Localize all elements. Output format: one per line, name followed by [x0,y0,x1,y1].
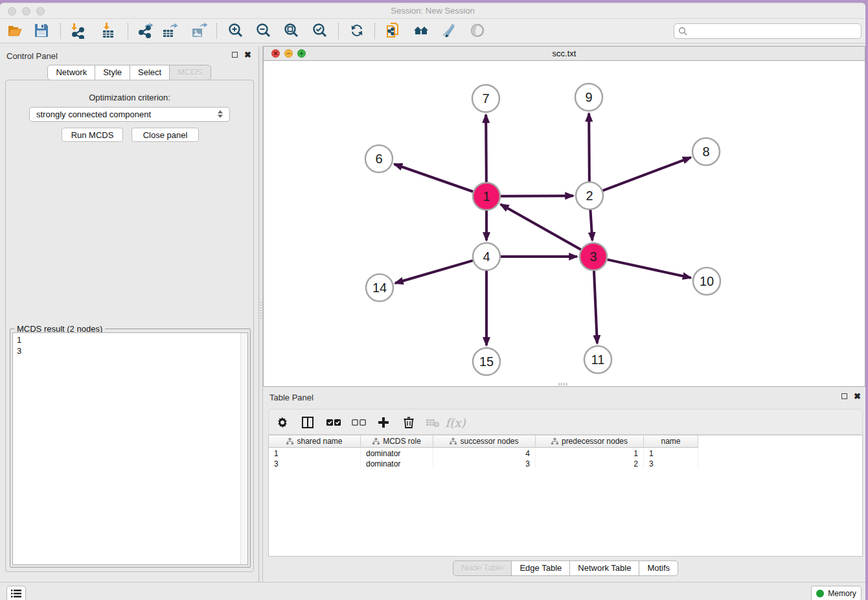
network-window-titlebar: ✕ − + scc.txt [264,47,865,61]
memory-button-label: Memory [828,589,856,598]
window-titlebar: Session: New Session [0,3,865,19]
mcds-result-line: 1 [17,334,247,345]
tab-node-table[interactable]: Node Table [453,560,512,576]
refresh-icon[interactable] [348,21,366,40]
main-toolbar [0,19,865,43]
toolbar-separator [128,23,128,39]
table-panel: Table Panel ✖ f(x) [263,391,865,582]
deselect-all-icon[interactable] [350,414,367,431]
edge-2-9[interactable] [589,113,589,181]
table-cell[interactable]: dominator [361,459,433,469]
tab-network-table[interactable]: Network Table [569,560,639,576]
table-cell[interactable]: 1 [644,448,698,459]
run-mcds-button[interactable]: Run MCDS [62,128,123,142]
graph-node-label: 11 [591,352,605,367]
close-panel-button[interactable]: Close panel [131,128,199,142]
table-cell[interactable]: 4 [433,448,536,459]
search-input[interactable] [674,23,862,39]
column-header-successor-nodes[interactable]: successor nodes [433,435,536,448]
graph-node-label: 15 [479,354,494,369]
tab-select[interactable]: Select [130,65,170,80]
float-table-panel-icon[interactable] [841,393,847,399]
table-panel-title: Table Panel [269,393,314,402]
table-cell[interactable]: dominator [361,448,433,459]
graph-node-label: 3 [589,249,597,264]
status-bar: Memory [0,582,865,600]
mcds-result-textarea[interactable]: 13 [12,332,248,565]
tab-edge-table[interactable]: Edge Table [511,560,570,576]
import-table-icon[interactable] [99,21,117,40]
zoom-selected-icon[interactable] [311,21,329,40]
table-cell[interactable]: 1 [536,448,644,459]
column-header-MCDS-role[interactable]: MCDS role [361,435,433,448]
table-settings-icon[interactable] [274,414,291,431]
network-resize-grip[interactable] [558,383,567,386]
table-cell[interactable]: 3 [269,459,361,469]
export-network-icon[interactable] [136,21,154,40]
dropdown-value: strongly connected component [36,110,151,119]
table-row[interactable]: 1dominator411 [269,448,698,459]
export-table-icon[interactable] [161,21,179,40]
column-header-predecessor-nodes[interactable]: predecessor nodes [536,435,644,448]
export-image-icon[interactable] [190,21,208,40]
edge-4-14[interactable] [395,260,473,283]
tab-style[interactable]: Style [95,65,130,80]
edge-3-11[interactable] [594,271,597,343]
edge-3-1[interactable] [501,204,581,249]
zoom-out-icon[interactable] [255,21,273,40]
result-scrollbar[interactable] [240,333,247,564]
window-title: Session: New Session [0,6,865,16]
table-cell[interactable]: 2 [536,459,644,469]
column-header-shared-name[interactable]: shared name [269,435,361,448]
control-panel: Control Panel ✖ NetworkStyleSelectMCDS O… [0,46,258,582]
table-cell[interactable]: 3 [433,459,536,469]
clone-network-icon[interactable] [384,21,402,40]
select-all-icon[interactable] [325,414,342,431]
search-field [674,23,862,39]
home-layout-icon[interactable] [412,21,430,40]
optimization-criterion-dropdown[interactable]: strongly connected component [29,107,230,122]
table-panel-tabs: Node TableEdge TableNetwork TableMotifs [263,560,865,576]
column-panel-icon[interactable] [299,414,316,431]
table-row[interactable]: 3dominator323 [269,459,698,469]
application-window: Session: New Session [0,3,865,600]
optimization-criterion-label: Optimization criterion: [6,93,253,102]
edge-1-6[interactable] [394,164,474,191]
tab-motifs[interactable]: Motifs [639,560,678,576]
float-panel-icon[interactable] [232,52,238,58]
network-graph: 1234678910111415 [264,61,865,386]
show-graphics-icon[interactable] [468,21,486,40]
graph-node-label: 6 [375,152,382,166]
save-session-icon[interactable] [32,21,51,40]
memory-button[interactable]: Memory [811,586,862,600]
add-column-icon[interactable] [375,414,392,431]
tab-mcds[interactable]: MCDS [169,65,211,80]
graph-node-label: 7 [482,91,489,106]
edge-2-8[interactable] [603,157,691,190]
close-table-panel-icon[interactable]: ✖ [854,393,861,399]
graph-node-label: 2 [586,189,593,203]
edge-2-3[interactable] [590,210,592,240]
column-header-name[interactable]: name [644,435,698,448]
task-history-button[interactable] [6,586,26,600]
import-network-icon[interactable] [69,21,87,40]
chevron-updown-icon [216,109,224,121]
function-builder-icon[interactable]: f(x) [447,414,464,431]
delete-table-icon[interactable] [424,414,441,431]
zoom-fit-icon[interactable] [282,21,301,40]
edge-1-2[interactable] [501,196,573,196]
table-cell[interactable]: 1 [269,448,361,459]
graph-node-label: 14 [372,281,387,295]
network-canvas[interactable]: 1234678910111415 [264,61,865,386]
panel-splitter[interactable] [258,46,263,582]
table-cell[interactable]: 3 [644,459,698,469]
edge-1-7[interactable] [486,115,486,182]
edge-3-10[interactable] [607,260,691,278]
open-session-icon[interactable] [6,21,24,40]
tab-network[interactable]: Network [47,65,95,80]
zoom-in-icon[interactable] [227,21,245,40]
delete-column-icon[interactable] [400,414,417,431]
table-toolbar: f(x) [268,409,863,435]
close-panel-icon[interactable]: ✖ [244,52,251,58]
apply-style-icon[interactable] [440,21,458,40]
